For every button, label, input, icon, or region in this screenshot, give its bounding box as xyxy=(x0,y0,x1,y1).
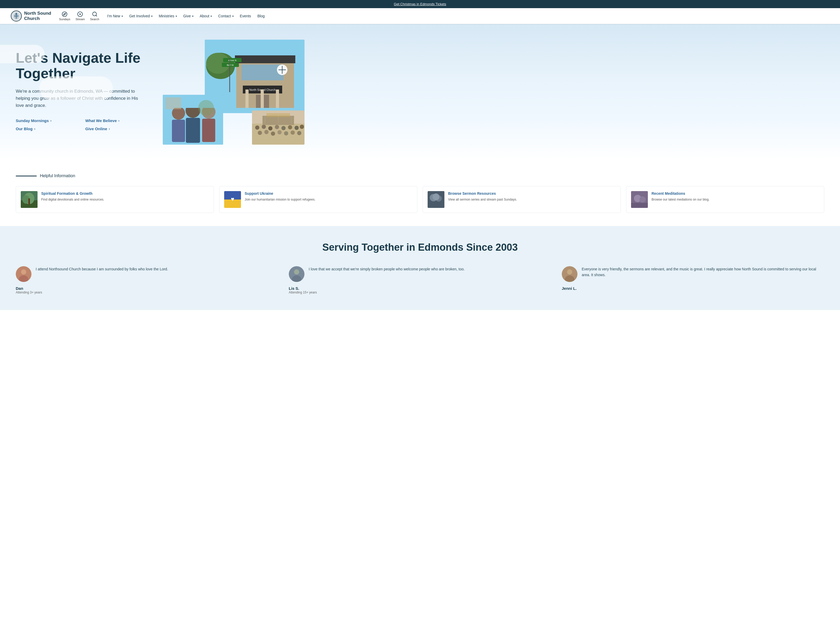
testimonial-years-lis: Attending 15+ years xyxy=(289,291,551,294)
testimonial-info-jenni: Jenni L. xyxy=(562,285,824,291)
banner-link[interactable]: Get Christmas in Edmonds Tickets xyxy=(394,2,446,6)
svg-point-76 xyxy=(639,196,646,203)
testimonial-text-jenni: Everyone is very friendly, the sermons a… xyxy=(582,266,824,278)
helpful-card-browse-sermons[interactable]: Browse Sermon Resources View all sermon … xyxy=(423,186,621,213)
logo[interactable]: North Sound Church xyxy=(11,10,51,22)
section-label: Helpful Information xyxy=(40,174,75,178)
svg-point-7 xyxy=(92,12,96,16)
svg-rect-36 xyxy=(165,97,181,109)
hero-links: Sunday Mornings › What We Believe › Our … xyxy=(16,118,147,131)
nav-item-events[interactable]: Events xyxy=(237,12,254,20)
svg-point-49 xyxy=(264,130,268,134)
avatar-icon-lis xyxy=(289,266,305,282)
helpful-card-spiritual-formation[interactable]: Spiritual Formation & Growth Find digita… xyxy=(16,186,214,213)
sermon-icon xyxy=(428,191,444,208)
logo-icon xyxy=(11,10,22,22)
helpful-section: Helpful Information Spiritual Formation … xyxy=(0,160,840,226)
search-icon-item[interactable]: Search xyxy=(90,11,99,21)
svg-text:♥: ♥ xyxy=(231,196,234,202)
svg-marker-6 xyxy=(80,13,81,15)
svg-point-53 xyxy=(291,131,295,135)
svg-rect-66 xyxy=(28,199,30,205)
nav-item-im-new[interactable]: I'm New ▾ xyxy=(104,12,125,20)
svg-point-51 xyxy=(278,130,282,134)
testimonial-avatar-lis xyxy=(289,266,305,282)
helpful-card-image-nature xyxy=(21,191,38,208)
svg-point-82 xyxy=(294,269,299,275)
nav-item-ministries[interactable]: Ministries ▾ xyxy=(156,12,180,20)
search-icon xyxy=(92,11,98,17)
svg-point-46 xyxy=(295,126,299,130)
svg-point-4 xyxy=(62,12,67,17)
helpful-card-recent-meditations[interactable]: Recent Meditations Browse our latest med… xyxy=(626,186,824,213)
svg-line-8 xyxy=(96,15,97,16)
testimonial-jenni: Everyone is very friendly, the sermons a… xyxy=(562,266,824,294)
nav-item-blog[interactable]: Blog xyxy=(255,12,267,20)
svg-rect-24 xyxy=(245,90,249,108)
nav-item-about[interactable]: About ▾ xyxy=(197,12,215,20)
svg-point-73 xyxy=(433,193,439,200)
nav-item-give[interactable]: Give ▾ xyxy=(181,12,196,20)
hero-link-give-online[interactable]: Give Online › xyxy=(85,126,147,131)
svg-point-50 xyxy=(271,131,275,136)
hero-link-our-blog[interactable]: Our Blog › xyxy=(16,126,77,131)
arrow-icon: › xyxy=(109,127,110,131)
testimonial-text-dan: I attend Northsound Church because I am … xyxy=(36,266,278,272)
chevron-down-icon: ▾ xyxy=(192,15,193,17)
section-label-bar: Helpful Information xyxy=(16,174,824,178)
chevron-down-icon: ▾ xyxy=(122,15,123,17)
hero-link-sunday-mornings[interactable]: Sunday Mornings › xyxy=(16,118,77,123)
testimonial-top: I attend Northsound Church because I am … xyxy=(16,266,278,282)
svg-rect-26 xyxy=(276,90,279,108)
service-illustration xyxy=(252,111,305,145)
svg-point-43 xyxy=(275,125,279,129)
sundays-icon-item[interactable]: Sundays xyxy=(59,11,70,21)
hero-link-what-we-believe[interactable]: What We Believe › xyxy=(85,118,147,123)
helpful-card-support-ukraine[interactable]: ♥ Support Ukraine Join our humanitarian … xyxy=(219,186,417,213)
testimonial-dan: I attend Northsound Church because I am … xyxy=(16,266,278,294)
svg-point-85 xyxy=(567,269,572,275)
svg-point-44 xyxy=(281,126,286,130)
arrow-icon: › xyxy=(51,118,51,123)
svg-rect-15 xyxy=(235,55,295,63)
svg-rect-30 xyxy=(172,120,185,142)
hero-images: North Sound Church 4 Ave N Bell St xyxy=(158,39,305,145)
testimonials-grid: I attend Northsound Church because I am … xyxy=(16,266,824,294)
svg-point-41 xyxy=(262,125,266,129)
testimonial-info-dan: Dan Attending 3+ years xyxy=(16,285,278,294)
svg-point-37 xyxy=(198,100,214,116)
chevron-down-icon: ▾ xyxy=(210,15,212,17)
meditations-icon xyxy=(631,191,648,208)
nav-item-contact[interactable]: Contact ▾ xyxy=(216,12,236,20)
top-banner: Get Christmas in Edmonds Tickets xyxy=(0,0,840,8)
arrow-icon: › xyxy=(34,127,35,131)
helpful-card-content: Recent Meditations Browse our latest med… xyxy=(652,191,709,202)
svg-text:Bell St: Bell St xyxy=(227,64,234,66)
svg-rect-14 xyxy=(242,65,284,81)
svg-point-45 xyxy=(288,125,292,129)
helpful-card-image-ukraine: ♥ xyxy=(224,191,241,208)
testimonial-name-dan: Dan xyxy=(16,286,278,291)
helpful-card-title: Recent Meditations xyxy=(652,191,709,196)
testimonials-section: Serving Together in Edmonds Since 2003 I… xyxy=(0,226,840,310)
testimonial-name-jenni: Jenni L. xyxy=(562,286,824,291)
svg-point-48 xyxy=(258,131,262,135)
avatar-icon-jenni xyxy=(562,266,578,282)
svg-point-47 xyxy=(300,125,304,129)
main-nav: I'm New ▾ Get Involved ▾ Ministries ▾ Gi… xyxy=(104,12,267,20)
testimonials-title: Serving Together in Edmonds Since 2003 xyxy=(16,242,824,253)
hero-image-service xyxy=(252,111,305,145)
cloud-decoration-2 xyxy=(39,76,113,100)
testimonial-top: Everyone is very friendly, the sermons a… xyxy=(562,266,824,282)
avatar-icon-dan xyxy=(16,266,32,282)
svg-point-54 xyxy=(297,131,302,135)
helpful-card-content: Browse Sermon Resources View all sermon … xyxy=(448,191,517,202)
helpful-card-title: Browse Sermon Resources xyxy=(448,191,517,196)
cloud-decoration-1 xyxy=(0,45,45,63)
testimonial-lis: I love that we accept that we're simply … xyxy=(289,266,551,294)
helpful-card-image-meditations xyxy=(631,191,648,208)
helpful-card-content: Support Ukraine Join our humanitarian mi… xyxy=(245,191,315,202)
helpful-card-content: Spiritual Formation & Growth Find digita… xyxy=(41,191,104,202)
nav-item-get-involved[interactable]: Get Involved ▾ xyxy=(126,12,155,20)
stream-icon-item[interactable]: Stream xyxy=(76,11,85,21)
